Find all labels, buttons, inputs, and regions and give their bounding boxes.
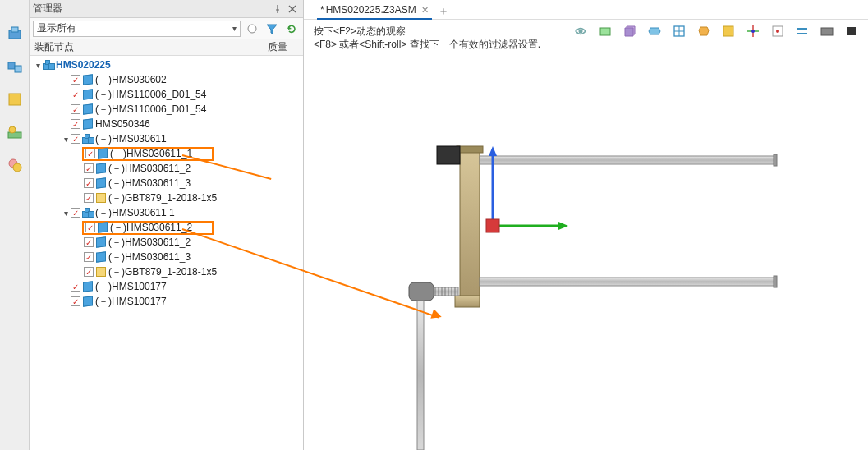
svg-rect-25 bbox=[460, 148, 480, 304]
twisty-icon[interactable]: ▾ bbox=[61, 208, 71, 218]
tree-node[interactable]: ✓HMS050346 bbox=[30, 117, 303, 131]
tree-node[interactable]: ✓(－)GBT879_1-2018-1x5 bbox=[30, 191, 303, 205]
tree-node-label: (－)HMS030611_3 bbox=[108, 250, 191, 264]
visibility-checkbox[interactable]: ✓ bbox=[84, 193, 94, 203]
part-icon bbox=[95, 177, 107, 189]
visibility-checkbox[interactable]: ✓ bbox=[71, 282, 80, 292]
tree-node[interactable]: ✓(－)HMS030611_2 bbox=[30, 220, 303, 235]
side-tool-5[interactable] bbox=[4, 154, 25, 176]
svg-rect-26 bbox=[457, 146, 483, 153]
hint-line-1: 按下<F2>动态的观察 bbox=[314, 25, 540, 38]
funnel-icon[interactable] bbox=[264, 21, 280, 37]
tab-dirty-marker: * bbox=[320, 4, 324, 16]
tree-node[interactable]: ✓(－)HMS100177 bbox=[30, 279, 303, 294]
svg-point-8 bbox=[13, 163, 21, 172]
assembly-tree[interactable]: ▾ HMS020225 ✓(－)HMS030602✓(－)HMS110006_D… bbox=[30, 56, 303, 450]
tree-node[interactable]: ✓(－)HMS110006_D01_54 bbox=[30, 102, 303, 117]
svg-rect-3 bbox=[15, 66, 21, 72]
manager-title-text: 管理器 bbox=[33, 2, 62, 16]
tree-node-label: (－)HMS030611 1 bbox=[95, 206, 175, 220]
svg-point-18 bbox=[751, 30, 755, 33]
svg-rect-2 bbox=[8, 62, 15, 69]
twisty-icon[interactable]: ▾ bbox=[61, 134, 71, 144]
view-toolbar bbox=[572, 23, 860, 39]
visibility-checkbox[interactable]: ✓ bbox=[84, 252, 94, 262]
visibility-checkbox[interactable]: ✓ bbox=[71, 90, 80, 99]
visibility-checkbox[interactable]: ✓ bbox=[84, 178, 94, 188]
svg-rect-32 bbox=[455, 296, 480, 307]
vt-icon-10[interactable] bbox=[794, 23, 811, 39]
visibility-checkbox[interactable]: ✓ bbox=[71, 75, 80, 85]
viewport-3d[interactable] bbox=[304, 49, 868, 450]
visibility-checkbox[interactable]: ✓ bbox=[85, 223, 95, 232]
tree-header-qty[interactable]: 质量 bbox=[264, 39, 303, 55]
visibility-checkbox[interactable]: ✓ bbox=[85, 149, 95, 158]
part-icon bbox=[82, 296, 94, 307]
twisty-icon[interactable]: ▾ bbox=[33, 60, 43, 70]
filter-combo-label: 显示所有 bbox=[37, 21, 232, 35]
tree-node[interactable]: ✓(－)HMS100177 bbox=[30, 294, 303, 309]
side-tool-4[interactable] bbox=[4, 122, 25, 143]
visibility-checkbox[interactable]: ✓ bbox=[71, 134, 80, 144]
svg-marker-44 bbox=[558, 222, 568, 230]
part-icon bbox=[97, 148, 108, 159]
vt-icon-3[interactable] bbox=[622, 23, 638, 39]
tree-node[interactable]: ▾✓(－)HMS030611 bbox=[30, 131, 303, 146]
document-tabs: * HMS020225.Z3ASM ✕ ＋ bbox=[304, 0, 868, 20]
refresh-icon[interactable] bbox=[283, 21, 300, 37]
chevron-down-icon: ▾ bbox=[232, 24, 237, 33]
visibility-checkbox[interactable]: ✓ bbox=[84, 163, 94, 173]
tree-node[interactable]: ✓(－)GBT879_1-2018-1x5 bbox=[30, 264, 303, 279]
part-icon bbox=[82, 281, 94, 292]
pin-icon[interactable] bbox=[270, 2, 285, 16]
asm-icon bbox=[82, 133, 94, 145]
tree-node[interactable]: ✓(－)HMS030611_3 bbox=[30, 176, 303, 191]
svg-rect-28 bbox=[480, 156, 775, 164]
side-tool-3[interactable] bbox=[4, 89, 25, 110]
vt-icon-5[interactable] bbox=[671, 23, 687, 39]
visibility-checkbox[interactable]: ✓ bbox=[71, 296, 80, 306]
close-icon[interactable] bbox=[285, 2, 300, 16]
apply-filter-button[interactable] bbox=[244, 21, 260, 37]
tree-node[interactable]: ▾✓(－)HMS030611 1 bbox=[30, 205, 303, 220]
tree-node[interactable]: ✓(－)HMS110006_D01_54 bbox=[30, 87, 303, 102]
visibility-checkbox[interactable]: ✓ bbox=[71, 119, 80, 129]
tree-node[interactable]: ✓(－)HMS030611_2 bbox=[30, 235, 303, 250]
svg-rect-47 bbox=[486, 219, 499, 232]
side-tool-1[interactable] bbox=[4, 23, 25, 44]
tab-close-icon[interactable]: ✕ bbox=[421, 5, 429, 16]
vt-icon-8[interactable] bbox=[745, 23, 761, 39]
vt-icon-2[interactable] bbox=[597, 23, 613, 39]
tree-node[interactable]: ✓(－)HMS030611_1 bbox=[30, 146, 303, 161]
part-icon bbox=[95, 236, 107, 248]
visibility-checkbox[interactable]: ✓ bbox=[84, 237, 94, 247]
tab-add-button[interactable]: ＋ bbox=[435, 4, 452, 19]
vt-icon-11[interactable] bbox=[819, 23, 835, 39]
model-render bbox=[304, 49, 868, 450]
vt-icon-7[interactable] bbox=[720, 23, 737, 39]
tree-node[interactable]: ✓(－)HMS030611_2 bbox=[30, 161, 303, 176]
part-icon bbox=[97, 222, 108, 233]
visibility-checkbox[interactable]: ✓ bbox=[84, 267, 94, 277]
filter-combo[interactable]: 显示所有 ▾ bbox=[33, 21, 241, 37]
tree-node-label: (－)GBT879_1-2018-1x5 bbox=[108, 191, 217, 205]
visibility-checkbox[interactable]: ✓ bbox=[71, 208, 80, 218]
vt-icon-6[interactable] bbox=[696, 23, 712, 39]
asm-icon bbox=[43, 59, 54, 71]
tree-node[interactable]: ✓(－)HMS030602 bbox=[30, 72, 303, 87]
vt-icon-4[interactable] bbox=[646, 23, 663, 39]
workspace: * HMS020225.Z3ASM ✕ ＋ 按下<F2>动态的观察 <F8> 或… bbox=[304, 0, 868, 450]
vt-icon-12[interactable] bbox=[843, 23, 860, 39]
vt-icon-1[interactable] bbox=[572, 23, 589, 39]
tree-header-name[interactable]: 装配节点 bbox=[30, 39, 264, 55]
tree-root[interactable]: ▾ HMS020225 bbox=[30, 57, 303, 72]
visibility-checkbox[interactable]: ✓ bbox=[71, 104, 80, 114]
vt-icon-9[interactable] bbox=[769, 23, 786, 39]
tab-active[interactable]: * HMS020225.Z3ASM ✕ bbox=[314, 1, 435, 19]
tree-node-label: (－)HMS110006_D01_54 bbox=[95, 103, 206, 117]
side-tool-2[interactable] bbox=[4, 56, 25, 77]
tree-node-label: (－)HMS030611 bbox=[95, 132, 167, 146]
part-icon bbox=[95, 163, 107, 174]
svg-rect-11 bbox=[600, 28, 610, 35]
svg-rect-30 bbox=[480, 278, 775, 286]
